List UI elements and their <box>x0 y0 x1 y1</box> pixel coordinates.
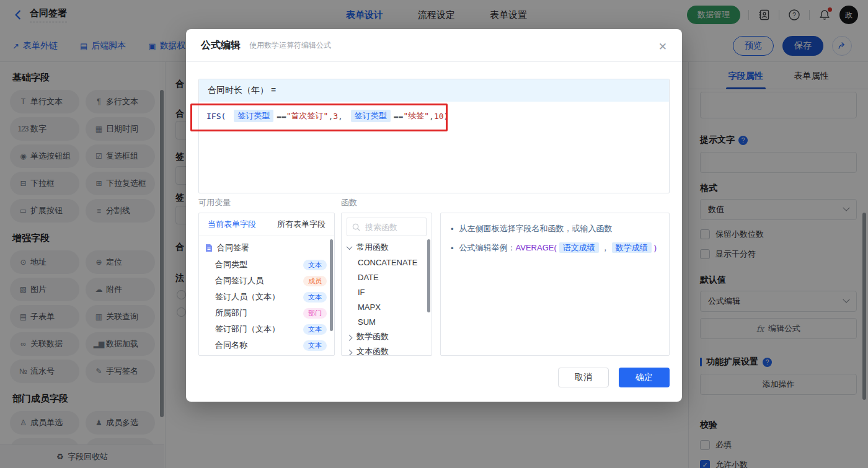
variable-type-badge: 文本 <box>303 260 327 270</box>
variable-name: 合同名称 <box>215 340 247 351</box>
example-field-token: 数学成绩 <box>612 242 652 253</box>
variable-type-badge: 文本 <box>303 292 327 302</box>
function-row[interactable]: MAPX <box>342 299 432 314</box>
variables-tabs: 当前表单字段所有表单字段 <box>199 213 334 236</box>
function-row[interactable]: 常用函数 <box>342 240 432 255</box>
formula-target: 合同时长（年） = <box>199 79 669 102</box>
variable-name: 合同类型 <box>215 259 247 270</box>
variables-panel: 当前表单字段所有表单字段 合同签署 合同类型 文本 合同签订人员 成员 <box>198 213 335 356</box>
example-field-token: 语文成绩 <box>559 242 599 253</box>
function-row[interactable]: DATE <box>342 270 432 285</box>
function-name: 常用函数 <box>356 242 389 253</box>
variable-row[interactable]: 合同签订人员 成员 <box>199 273 334 289</box>
variable-row[interactable]: 所属部门 部门 <box>199 305 334 321</box>
formula-token[interactable]: , <box>338 112 348 121</box>
variable-name: 签订部门（文本） <box>215 324 280 335</box>
modal-subtitle: 使用数学运算符编辑公式 <box>249 40 331 51</box>
variable-row[interactable]: 合同名称 文本 <box>199 337 334 353</box>
function-row[interactable]: 数学函数 <box>342 329 432 344</box>
variable-name: 签订人员（文本） <box>215 291 280 302</box>
variables-rows: 合同类型 文本 合同签订人员 成员 签订人员（文本） 文本 所属部门 <box>199 257 334 353</box>
help-bullet: • 从左侧面板选择字段名和函数，或输入函数 <box>451 223 659 236</box>
variable-type-badge: 文本 <box>303 324 327 335</box>
variables-tab[interactable]: 所有表单字段 <box>277 219 326 230</box>
function-row[interactable]: CONCATENATE <box>342 255 432 270</box>
function-name: DATE <box>358 273 379 282</box>
variables-label: 可用变量 <box>198 197 231 208</box>
formula-token[interactable]: 签订类型 <box>351 110 391 122</box>
functions-panel: 常用函数 CONCATENATE DATE IF <box>341 213 432 356</box>
formula-token[interactable]: ) <box>444 112 449 121</box>
cancel-button[interactable]: 取消 <box>558 368 609 387</box>
variables-root[interactable]: 合同签署 <box>199 239 334 257</box>
tree-arrow-icon <box>347 349 353 355</box>
formula-token[interactable]: 3 <box>333 112 338 121</box>
modal-title: 公式编辑 <box>201 39 241 52</box>
formula-token[interactable]: 签订类型 <box>234 110 273 122</box>
function-name: 文本函数 <box>356 346 389 356</box>
function-name: 数学函数 <box>356 331 389 342</box>
function-name: CONCATENATE <box>358 258 417 267</box>
functions-scrollbar[interactable] <box>427 239 430 312</box>
tree-arrow-icon <box>347 334 353 340</box>
formula-token[interactable]: "续签" <box>403 110 429 121</box>
formula-token[interactable]: 10 <box>434 112 444 121</box>
function-list: 常用函数 CONCATENATE DATE IF <box>342 240 432 356</box>
function-row[interactable]: IF <box>342 285 432 299</box>
formula-token[interactable]: , <box>328 112 333 121</box>
function-search[interactable] <box>347 218 427 236</box>
formula-token[interactable]: "首次签订" <box>286 110 329 121</box>
function-name: IF <box>358 288 365 297</box>
search-icon <box>352 223 360 231</box>
variable-type-badge: 部门 <box>303 308 327 319</box>
variable-name: 所属部门 <box>215 307 247 319</box>
function-name: SUM <box>358 317 376 327</box>
function-row[interactable]: 文本函数 <box>342 344 432 356</box>
modal-header: 公式编辑 使用数学运算符编辑公式 <box>186 29 682 62</box>
formula-input[interactable]: IFS( 签订类型=="首次签订",3, 签订类型=="续签",10) <box>199 102 669 130</box>
formula-token[interactable]: , <box>429 112 434 121</box>
variables-tree: 合同签署 合同类型 文本 合同签订人员 成员 签订人员（文本） <box>199 236 334 353</box>
variable-row[interactable]: 签订人员（文本） 文本 <box>199 289 334 305</box>
confirm-button[interactable]: 确定 <box>619 368 670 387</box>
document-icon <box>205 244 213 252</box>
formula-box: 合同时长（年） = IFS( 签订类型=="首次签订",3, 签订类型=="续签… <box>198 79 670 193</box>
example-function: AVERAGE( <box>516 243 557 252</box>
variable-type-badge: 文本 <box>303 340 327 351</box>
formula-token[interactable]: IFS( <box>206 112 231 121</box>
function-row[interactable]: SUM <box>342 314 432 329</box>
help-bullet-example: • 公式编辑举例：AVERAGE(语文成绩，数学成绩) <box>451 242 659 255</box>
variable-type-badge: 成员 <box>303 276 327 286</box>
variable-name: 合同签订人员 <box>215 275 264 286</box>
function-name: MAPX <box>358 302 381 312</box>
function-search-input[interactable] <box>364 222 420 232</box>
variables-scrollbar[interactable] <box>330 239 333 331</box>
formula-editor-modal: 公式编辑 使用数学运算符编辑公式 ✕ 合同时长（年） = IFS( 签订类型==… <box>186 29 682 402</box>
functions-label: 函数 <box>341 197 357 208</box>
close-icon[interactable]: ✕ <box>656 38 670 56</box>
formula-token[interactable]: == <box>277 112 286 121</box>
variables-tab[interactable]: 当前表单字段 <box>208 219 256 230</box>
help-panel: • 从左侧面板选择字段名和函数，或输入函数 • 公式编辑举例：AVERAGE(语… <box>440 213 670 356</box>
tree-arrow-icon <box>347 244 353 250</box>
variable-row[interactable]: 合同类型 文本 <box>199 257 334 273</box>
variable-row[interactable]: 签订部门（文本） 文本 <box>199 321 334 337</box>
formula-token[interactable]: == <box>394 112 404 121</box>
